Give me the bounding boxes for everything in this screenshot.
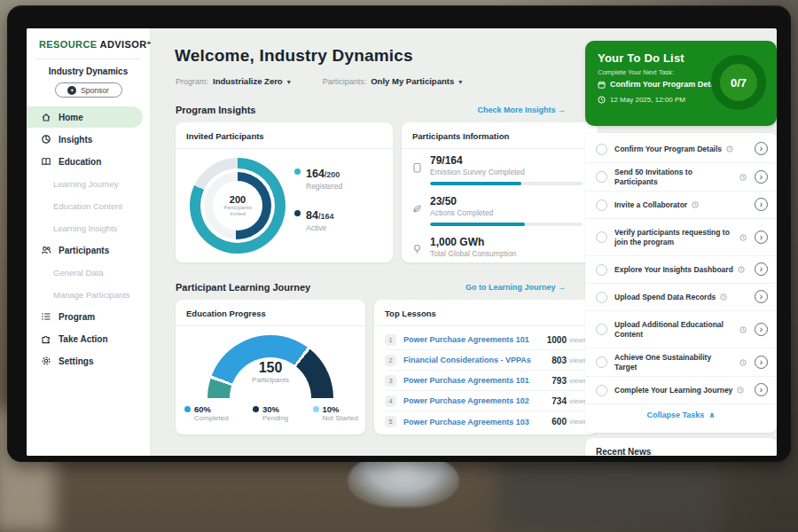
todo-next-task-label: Confirm Your Program Details xyxy=(610,80,724,89)
chevron-down-icon: ▾ xyxy=(287,78,291,86)
task-chevron-button[interactable]: › xyxy=(755,231,768,244)
lesson-rank-badge: 4 xyxy=(385,395,396,407)
sidebar-item-home[interactable]: Home xyxy=(27,106,143,128)
clock-icon xyxy=(726,145,733,153)
sponsor-badge-icon: ✦ xyxy=(67,86,76,95)
program-filter-value: Industrialize Zero xyxy=(213,76,283,86)
legend-dot xyxy=(253,406,259,412)
task-chevron-button[interactable]: › xyxy=(755,262,768,276)
task-row[interactable]: Achieve One Sustainability Target › xyxy=(585,348,777,377)
legend-label: Completed xyxy=(194,414,229,422)
sidebar-item-label: Education xyxy=(59,157,101,167)
sidebar-item-take-action[interactable]: Take Action xyxy=(27,328,143,349)
task-chevron-button[interactable]: › xyxy=(755,170,768,184)
sidebar-item-learning-journey[interactable]: Learning Journey xyxy=(27,173,143,194)
sidebar-item-learning-insights[interactable]: Learning Insights xyxy=(27,217,143,239)
lesson-link[interactable]: Financial Considerations - VPPAs xyxy=(403,356,552,364)
task-checkbox[interactable] xyxy=(596,171,607,183)
invited-participants-donut-chart: 200 Participants Invited xyxy=(190,158,286,254)
sidebar-item-manage-participants[interactable]: Manage Participants xyxy=(27,284,143,305)
lesson-rank-badge: 1 xyxy=(385,334,396,346)
legend-dot xyxy=(313,406,319,412)
sidebar-item-label: Manage Participants xyxy=(53,290,130,300)
task-chevron-button[interactable]: › xyxy=(755,290,768,303)
filters-row: Program:Industrialize Zero▾ Participants… xyxy=(176,76,462,86)
sidebar-item-settings[interactable]: Settings xyxy=(27,350,143,372)
sponsor-badge[interactable]: ✦ Sponsor xyxy=(55,82,122,98)
sidebar-item-program[interactable]: Program xyxy=(27,306,143,327)
legend-item-not-started: 10% Not Started xyxy=(313,404,358,422)
sidebar-item-label: Home xyxy=(59,113,83,122)
task-checkbox[interactable] xyxy=(596,144,607,155)
metric-emission-survey: 79/164 Emission Survey Completed xyxy=(412,154,586,185)
check-more-insights-link[interactable]: Check More Insights → xyxy=(477,106,566,114)
donut-center-label: Participants xyxy=(213,205,262,211)
logo-resource: RESOURCE xyxy=(39,39,98,50)
sidebar-item-label: Education Content xyxy=(53,201,122,211)
task-row[interactable]: Complete Your Learning Journey › xyxy=(585,377,777,404)
legend-dot xyxy=(294,168,301,175)
lesson-link[interactable]: Power Purchase Agreements 101 xyxy=(403,376,552,385)
task-row[interactable]: Verify participants requesting to join t… xyxy=(585,219,777,256)
legend-label: Pending xyxy=(262,414,288,422)
task-row[interactable]: Upload Spend Data Records › xyxy=(585,284,777,311)
sidebar-item-education[interactable]: Education xyxy=(27,151,143,172)
lesson-link[interactable]: Power Purchase Agreements 103 xyxy=(403,418,552,426)
task-row[interactable]: Invite a Collaborator › xyxy=(585,192,777,219)
clock-icon xyxy=(720,293,727,301)
task-checkbox[interactable] xyxy=(596,231,607,243)
clock-icon xyxy=(739,359,747,366)
task-chevron-button[interactable]: › xyxy=(755,142,768,155)
legend-value: 60% xyxy=(194,404,229,414)
task-checkbox[interactable] xyxy=(596,200,607,211)
lesson-rank-badge: 5 xyxy=(385,416,396,427)
lesson-row: 4 Power Purchase Agreements 102 734 view… xyxy=(385,391,587,411)
metric-value: 79/164 xyxy=(430,154,586,167)
task-label: Explore Your Insights Dashboard xyxy=(614,265,733,275)
task-chevron-button[interactable]: › xyxy=(755,383,768,396)
recent-news-card: Recent News xyxy=(585,438,777,456)
todo-next-task: Confirm Your Program Details xyxy=(598,80,724,89)
sidebar-item-participants[interactable]: Participants xyxy=(27,239,143,261)
task-chevron-button[interactable]: › xyxy=(755,323,768,336)
todo-column: Your To Do List Complete Your Next Task:… xyxy=(585,28,777,456)
task-checkbox[interactable] xyxy=(596,385,607,396)
participants-icon xyxy=(41,245,51,255)
task-label: Send 50 Invitations to Participants xyxy=(614,168,735,186)
home-icon xyxy=(41,112,51,122)
task-row[interactable]: Send 50 Invitations to Participants › xyxy=(585,163,777,192)
task-chevron-button[interactable]: › xyxy=(755,356,768,369)
sidebar-item-general-data[interactable]: General Data xyxy=(27,262,143,283)
monitor-stand xyxy=(348,454,459,507)
lesson-link[interactable]: Power Purchase Agreements 102 xyxy=(403,396,552,405)
task-checkbox[interactable] xyxy=(596,324,607,335)
sidebar-item-education-content[interactable]: Education Content xyxy=(27,195,143,216)
legend-value: 30% xyxy=(262,404,288,414)
app-logo: RESOURCE ADVISOR+ xyxy=(27,28,150,57)
participants-filter-label: Participants: xyxy=(323,77,367,86)
clock-icon xyxy=(738,266,745,273)
participants-filter[interactable]: Participants:Only My Participants▾ xyxy=(323,76,463,86)
go-to-learning-journey-link[interactable]: Go to Learning Journey → xyxy=(466,283,566,292)
todo-summary-card: Your To Do List Complete Your Next Task:… xyxy=(585,41,777,126)
metric-global-consumption: 1,000 GWh Total Global Consumption xyxy=(412,236,586,258)
lesson-link[interactable]: Power Purchase Agreements 101 xyxy=(403,335,547,344)
chevron-down-icon: ▾ xyxy=(458,78,462,86)
task-checkbox[interactable] xyxy=(596,264,607,276)
leaf-icon xyxy=(412,201,422,217)
progress-fill xyxy=(430,182,521,185)
lesson-views-label: views xyxy=(569,418,587,426)
program-filter[interactable]: Program:Industrialize Zero▾ xyxy=(176,76,291,86)
donut-center-value: 200 xyxy=(213,194,262,205)
collapse-tasks-button[interactable]: Collapse Tasks ∧ xyxy=(585,404,777,426)
task-row[interactable]: Upload Additional Educational Content › xyxy=(585,311,777,348)
gauge-center-value: 150 xyxy=(207,360,333,376)
task-label: Invite a Collaborator xyxy=(614,200,687,210)
lesson-row: 3 Power Purchase Agreements 101 793 view… xyxy=(385,371,587,391)
task-checkbox[interactable] xyxy=(596,292,607,303)
task-checkbox[interactable] xyxy=(596,356,607,368)
task-row[interactable]: Confirm Your Program Details › xyxy=(585,136,777,163)
sidebar-item-insights[interactable]: Insights xyxy=(27,129,143,150)
task-row[interactable]: Explore Your Insights Dashboard › xyxy=(585,256,777,284)
task-chevron-button[interactable]: › xyxy=(755,198,768,211)
